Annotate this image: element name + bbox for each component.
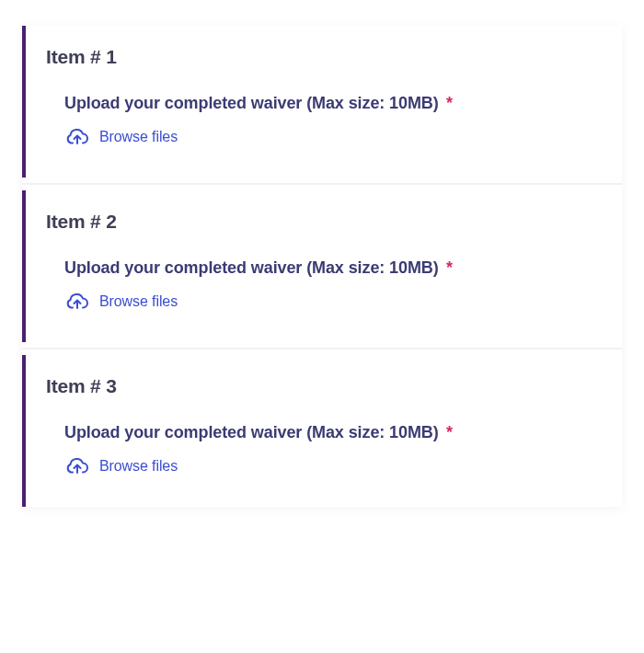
browse-files-label: Browse files bbox=[99, 293, 178, 310]
item-card-2: Item # 2 Upload your completed waiver (M… bbox=[22, 190, 622, 342]
upload-label: Upload your completed waiver (Max size: … bbox=[64, 258, 439, 277]
cloud-upload-icon bbox=[64, 126, 90, 148]
browse-files-button[interactable]: Browse files bbox=[64, 455, 602, 477]
upload-section: Upload your completed waiver (Max size: … bbox=[46, 423, 602, 477]
required-marker: * bbox=[446, 423, 453, 441]
item-title: Item # 2 bbox=[46, 211, 602, 233]
item-card-3: Item # 3 Upload your completed waiver (M… bbox=[22, 355, 622, 507]
browse-files-label: Browse files bbox=[99, 458, 178, 475]
required-marker: * bbox=[446, 94, 453, 112]
browse-files-button[interactable]: Browse files bbox=[64, 291, 602, 313]
item-title: Item # 1 bbox=[46, 46, 602, 68]
item-title: Item # 3 bbox=[46, 375, 602, 397]
upload-label: Upload your completed waiver (Max size: … bbox=[64, 423, 439, 441]
cloud-upload-icon bbox=[64, 455, 90, 477]
upload-items-container: Item # 1 Upload your completed waiver (M… bbox=[22, 26, 622, 507]
item-card-1: Item # 1 Upload your completed waiver (M… bbox=[22, 26, 622, 178]
browse-files-button[interactable]: Browse files bbox=[64, 126, 602, 148]
required-marker: * bbox=[446, 258, 453, 277]
upload-section: Upload your completed waiver (Max size: … bbox=[46, 94, 602, 148]
upload-label: Upload your completed waiver (Max size: … bbox=[64, 94, 439, 112]
browse-files-label: Browse files bbox=[99, 129, 178, 145]
cloud-upload-icon bbox=[64, 291, 90, 313]
upload-section: Upload your completed waiver (Max size: … bbox=[46, 258, 602, 313]
